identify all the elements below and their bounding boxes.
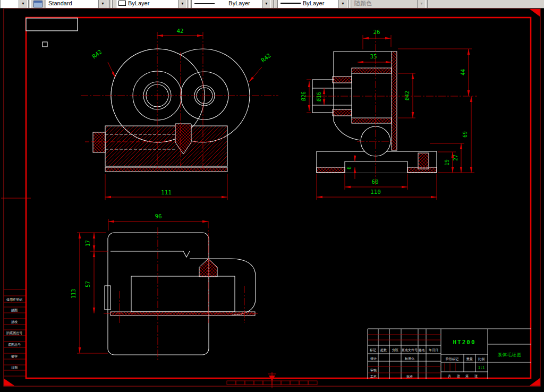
dim-edge-offset: 17 xyxy=(85,240,91,246)
tb-header-change-file: 更改文件号 xyxy=(402,348,418,352)
margin-label: 描图 xyxy=(11,308,18,312)
drawing-canvas[interactable]: 借用件登记 描图 描校 旧底图总号 底图总号 签字 日期 xyxy=(0,0,544,392)
corner-cut-mark xyxy=(4,379,14,386)
chevron-down-icon[interactable]: ▼ xyxy=(338,0,347,8)
tb-header-mark: 标记 xyxy=(369,348,376,352)
toolbar-separator xyxy=(112,0,114,8)
lineweight-control-value: ByLayer xyxy=(301,0,338,6)
toolbar-separator xyxy=(348,0,350,8)
toolbar-separator xyxy=(273,0,275,8)
sheet-frame xyxy=(1,8,540,388)
dim-total-height: 69 xyxy=(462,131,468,138)
tb-row-review: 审核 xyxy=(370,368,377,372)
chevron-down-icon[interactable]: ▼ xyxy=(178,0,186,8)
tb-row-standardize: 标准化 xyxy=(404,356,414,361)
tb-header-date: 年月日 xyxy=(429,348,438,352)
toolbar: ▼ Standard ▼ ByLayer ▼ ByLayer ▼ ByLayer… xyxy=(0,0,544,8)
revision-box xyxy=(26,18,78,31)
tb-row-process: 工艺 xyxy=(370,374,377,378)
dim-bore-width: 35 xyxy=(370,53,377,60)
toolbar-separator xyxy=(188,0,190,8)
color-swatch-icon xyxy=(118,1,126,6)
tb-header-zone: 分区 xyxy=(392,348,398,352)
style-manager-icon xyxy=(33,1,42,7)
chevron-down-icon[interactable]: ▼ xyxy=(19,0,27,8)
title-block: 标记 处数 分区 更改文件号 签名 年月日 设计 标准化 审核 工艺 批准 阶段… xyxy=(368,329,531,379)
style-manager-button[interactable] xyxy=(30,0,45,8)
pickbox-cursor[interactable] xyxy=(42,42,47,47)
dim-recess-depth: 6 xyxy=(346,166,352,169)
corner-cut-mark xyxy=(530,378,540,386)
chevron-down-icon[interactable]: ▼ xyxy=(98,0,107,8)
dim-recess-width: 60 xyxy=(371,178,378,185)
color-control-combo[interactable]: ByLayer ▼ xyxy=(116,0,187,8)
margin-strip: 借用件登记 描图 描校 旧底图总号 底图总号 签字 日期 xyxy=(4,289,26,376)
linetype-sample-icon xyxy=(194,3,215,4)
plotstyle-control-value: 随颜色 xyxy=(352,0,417,7)
tb-header-signature: 签名 xyxy=(419,348,425,352)
plan-view: 96 113 17 57 xyxy=(71,213,259,360)
dim-left-radius: R42 xyxy=(91,48,104,60)
dim-top-width: 42 xyxy=(176,28,183,35)
dim-body-depth: 57 xyxy=(85,281,91,287)
text-style-combo[interactable]: Standard ▼ xyxy=(46,0,107,8)
tb-row-approve: 批准 xyxy=(406,374,413,379)
tb-scale-label: 比例 xyxy=(478,357,484,361)
margin-label: 签字 xyxy=(11,354,18,358)
dim-total-depth: 113 xyxy=(71,289,76,299)
tb-row-design: 设计 xyxy=(370,356,377,360)
dim-top-width: 26 xyxy=(373,29,380,36)
tb-sheet-total: 共 xyxy=(448,374,451,378)
margin-label: 旧底图总号 xyxy=(6,331,22,335)
bottom-centering-mark xyxy=(227,372,317,388)
tb-sheet-unit1: 张 xyxy=(457,374,460,378)
dim-hole-dia: Ø16 xyxy=(316,92,322,101)
toolbar-separator xyxy=(427,0,429,8)
text-style-value: Standard xyxy=(46,0,98,6)
lineweight-control-combo[interactable]: ByLayer ▼ xyxy=(277,0,347,8)
corner-cut-mark xyxy=(530,9,540,16)
dim-upper-height: 44 xyxy=(460,69,466,75)
cad-drawing[interactable]: 借用件登记 描图 描校 旧底图总号 底图总号 签字 日期 xyxy=(0,0,544,392)
tb-material: HT200 xyxy=(453,339,475,346)
dim-pad-height: 19 xyxy=(444,159,450,166)
tb-sheet-no: 第 xyxy=(465,374,469,378)
dim-right-radius: R42 xyxy=(260,52,273,64)
margin-label: 描校 xyxy=(11,320,18,324)
dim-step-height: 27 xyxy=(453,155,458,161)
dim-flange-dia: Ø26 xyxy=(301,91,307,101)
linetype-control-combo[interactable]: ByLayer ▼ xyxy=(191,0,271,8)
side-view: 26 35 Ø26 Ø16 Ø42 44 69 27 19 6 60 1 xyxy=(301,29,477,200)
tb-drawing-title: 泵体毛坯图 xyxy=(498,352,522,357)
tb-header-count: 处数 xyxy=(380,348,387,352)
margin-label: 借用件登记 xyxy=(6,297,22,302)
front-view: 42 R42 R42 111 xyxy=(81,28,278,200)
lineweight-sample-icon xyxy=(280,3,301,4)
dim-base-width: 111 xyxy=(161,189,172,196)
tb-sheet-unit2: 张 xyxy=(474,374,478,378)
margin-label: 日期 xyxy=(11,365,18,370)
linetype-control-value: ByLayer xyxy=(215,0,262,6)
chevron-down-icon: ▼ xyxy=(417,0,426,8)
chevron-down-icon[interactable]: ▼ xyxy=(262,0,270,8)
toolbar-separator xyxy=(109,0,112,8)
layer-combo[interactable]: ▼ xyxy=(0,0,28,8)
dim-bore-dia: Ø42 xyxy=(404,91,410,100)
plotstyle-control-combo: 随颜色 ▼ xyxy=(352,0,426,8)
tb-scale-value: 1:1 xyxy=(478,365,485,370)
color-control-value: ByLayer xyxy=(126,0,178,6)
dim-base-width: 110 xyxy=(370,189,381,195)
dim-top-width: 96 xyxy=(155,213,162,220)
margin-label: 底图总号 xyxy=(8,343,21,347)
tb-weight-label: 重量 xyxy=(466,357,473,361)
tb-stage-label: 阶段标记 xyxy=(446,357,458,361)
